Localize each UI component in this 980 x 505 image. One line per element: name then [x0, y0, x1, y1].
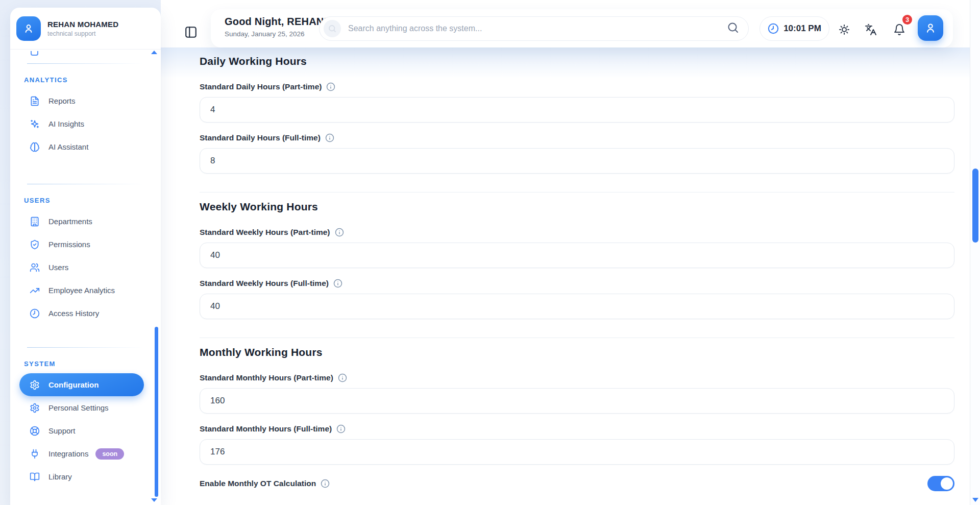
field-label: Standard Monthly Hours (Part-time) — [200, 373, 954, 383]
toggle-knob — [941, 477, 953, 490]
sidebar-item-label: AI Insights — [48, 119, 84, 128]
field-label-text: Standard Monthly Hours (Part-time) — [200, 373, 333, 382]
date-text: Sunday, January 25, 2026 — [225, 30, 327, 38]
user-name: REHAN MOHAMED — [47, 20, 118, 29]
weekly-hours-full-time-input[interactable] — [200, 294, 954, 319]
sidebar-item-permissions[interactable]: Permissions — [10, 233, 161, 256]
monthly-ot-toggle[interactable] — [927, 476, 954, 491]
clipped-icon — [31, 51, 38, 56]
sidebar-toggle-button[interactable] — [183, 24, 199, 40]
clock-icon — [29, 308, 40, 319]
sidebar-item-departments[interactable]: Departments — [10, 210, 161, 233]
info-icon — [335, 228, 344, 237]
gear-icon — [29, 379, 40, 391]
notification-badge: 3 — [901, 13, 914, 26]
sidebar: REHAN MOHAMED technical support ANALYTIC… — [10, 8, 161, 505]
building-icon — [29, 216, 40, 227]
divider — [10, 49, 161, 50]
field-label: Standard Weekly Hours (Full-time) — [200, 278, 954, 288]
sidebar-item-access-history[interactable]: Access History — [10, 302, 161, 325]
theme-toggle-button[interactable] — [836, 21, 853, 38]
profile-button[interactable] — [918, 15, 943, 41]
sidebar-item-label: Employee Analytics — [48, 286, 115, 295]
monthly-hours-part-time-input[interactable] — [200, 388, 954, 414]
section-divider — [27, 347, 144, 348]
divider — [200, 192, 954, 193]
field-label: Standard Daily Hours (Part-time) — [200, 82, 954, 92]
sidebar-item-users[interactable]: Users — [10, 256, 161, 279]
field-label-text: Standard Daily Hours (Full-time) — [200, 133, 321, 142]
sidebar-item-label: Configuration — [48, 380, 99, 389]
section-label-system: SYSTEM — [24, 360, 161, 368]
life-buoy-icon — [29, 425, 40, 437]
sidebar-scrollbar-thumb[interactable] — [155, 327, 158, 497]
section-title-daily: Daily Working Hours — [200, 55, 954, 68]
info-icon — [326, 82, 335, 91]
sidebar-item-label: Departments — [48, 217, 92, 226]
sidebar-item-ai-assistant[interactable]: AI Assistant — [10, 135, 161, 158]
sun-icon — [838, 23, 850, 36]
global-search — [319, 16, 749, 41]
info-icon — [325, 133, 334, 142]
greeting-block: Good Night, REHAN! Sunday, January 25, 2… — [225, 16, 327, 38]
languages-icon — [865, 23, 877, 36]
info-icon — [338, 373, 347, 382]
sparkles-icon — [29, 118, 40, 130]
users-icon — [29, 262, 40, 273]
field-label-text: Enable Monthly OT Calculation — [200, 479, 316, 488]
sidebar-item-employee-analytics[interactable]: Employee Analytics — [10, 279, 161, 302]
sidebar-scroll-up-arrow[interactable] — [151, 51, 157, 54]
brain-icon — [29, 141, 40, 153]
daily-hours-part-time-input[interactable] — [200, 97, 954, 123]
info-icon — [336, 424, 346, 434]
weekly-hours-part-time-input[interactable] — [200, 243, 954, 268]
sidebar-scroll-down-arrow[interactable] — [151, 498, 157, 502]
clock-icon — [768, 23, 779, 34]
plug-icon — [29, 448, 40, 460]
field-label-text: Standard Weekly Hours (Part-time) — [200, 228, 330, 237]
sidebar-item-reports[interactable]: Reports — [10, 89, 161, 112]
sidebar-user-card[interactable]: REHAN MOHAMED technical support — [10, 8, 161, 49]
user-icon — [22, 22, 35, 35]
soon-badge: soon — [95, 448, 124, 460]
field-label: Standard Daily Hours (Full-time) — [200, 133, 954, 143]
language-button[interactable] — [862, 21, 879, 38]
monthly-hours-full-time-input[interactable] — [200, 439, 954, 465]
sidebar-item-label: Access History — [48, 309, 99, 318]
file-text-icon — [29, 95, 40, 107]
field-label-text: Standard Weekly Hours (Full-time) — [200, 279, 329, 288]
sidebar-nav: ANALYTICS Reports AI Insights AI Assista… — [10, 50, 161, 488]
sidebar-item-support[interactable]: Support — [10, 419, 161, 442]
section-divider — [27, 184, 144, 184]
gear-icon — [29, 402, 40, 414]
sidebar-item-configuration[interactable]: Configuration — [19, 373, 144, 396]
sidebar-item-label: AI Assistant — [48, 142, 88, 151]
sidebar-item-label: Library — [48, 472, 72, 481]
sidebar-item-library[interactable]: Library — [10, 465, 161, 488]
window-scrollbar-thumb[interactable] — [972, 169, 978, 243]
search-input[interactable] — [348, 24, 727, 33]
trending-up-icon — [29, 285, 40, 296]
clock-widget: 10:01 PM — [760, 16, 829, 41]
user-avatar — [16, 16, 41, 41]
daily-hours-full-time-input[interactable] — [200, 148, 954, 174]
window-scroll-down-arrow[interactable] — [972, 498, 978, 502]
user-icon — [924, 21, 937, 35]
search-icon[interactable] — [727, 21, 739, 36]
clipped-nav-item — [31, 51, 161, 57]
configuration-form: Daily Working Hours Standard Daily Hours… — [200, 51, 954, 491]
sidebar-item-ai-insights[interactable]: AI Insights — [10, 112, 161, 135]
info-icon — [333, 279, 342, 288]
divider — [200, 338, 954, 338]
sidebar-item-personal-settings[interactable]: Personal Settings — [10, 396, 161, 419]
section-title-monthly: Monthly Working Hours — [200, 346, 954, 359]
field-label: Standard Monthly Hours (Full-time) — [200, 424, 954, 434]
sidebar-item-integrations[interactable]: Integrations soon — [10, 442, 161, 465]
shield-check-icon — [29, 239, 40, 250]
field-label: Standard Weekly Hours (Part-time) — [200, 227, 954, 237]
window-scrollbar[interactable] — [970, 0, 980, 505]
time-text: 10:01 PM — [783, 23, 821, 34]
sidebar-item-label: Support — [48, 426, 76, 435]
section-title-weekly: Weekly Working Hours — [200, 201, 954, 214]
field-label-text: Standard Monthly Hours (Full-time) — [200, 424, 332, 434]
